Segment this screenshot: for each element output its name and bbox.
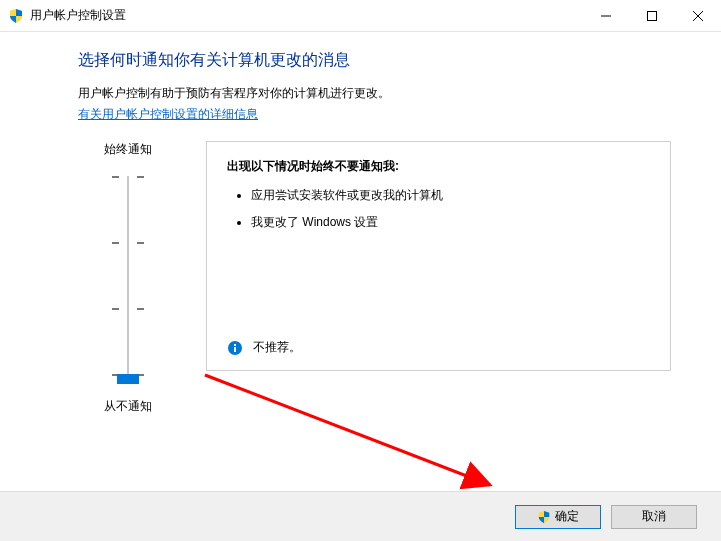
list-item: 应用尝试安装软件或更改我的计算机 [251, 187, 650, 204]
svg-rect-6 [234, 344, 236, 346]
cancel-button-label: 取消 [642, 508, 666, 525]
ok-button[interactable]: 确定 [515, 505, 601, 529]
slider-label-bottom: 从不通知 [104, 398, 152, 415]
window-controls [583, 0, 721, 31]
ok-button-label: 确定 [555, 508, 579, 525]
help-link[interactable]: 有关用户帐户控制设置的详细信息 [78, 106, 258, 123]
slider-thumb[interactable] [117, 374, 139, 384]
titlebar: 用户帐户控制设置 [0, 0, 721, 32]
window-title: 用户帐户控制设置 [30, 7, 583, 24]
notification-slider[interactable] [108, 168, 148, 388]
info-list: 应用尝试安装软件或更改我的计算机 我更改了 Windows 设置 [227, 187, 650, 231]
page-heading: 选择何时通知你有关计算机更改的消息 [78, 50, 671, 71]
minimize-button[interactable] [583, 0, 629, 31]
info-panel: 出现以下情况时始终不要通知我: 应用尝试安装软件或更改我的计算机 我更改了 Wi… [206, 141, 671, 371]
info-footer-text: 不推荐。 [253, 339, 301, 356]
svg-rect-5 [234, 347, 236, 352]
info-footer: 不推荐。 [227, 339, 301, 356]
close-button[interactable] [675, 0, 721, 31]
cancel-button[interactable]: 取消 [611, 505, 697, 529]
svg-rect-1 [648, 11, 657, 20]
info-heading: 出现以下情况时始终不要通知我: [227, 158, 650, 175]
shield-icon [537, 510, 551, 524]
maximize-button[interactable] [629, 0, 675, 31]
main-area: 始终通知 从不通知 出现以下情况时始终不要通知我: 应用尝试安装软件或更改我的计… [78, 141, 671, 421]
slider-label-top: 始终通知 [104, 141, 152, 158]
list-item: 我更改了 Windows 设置 [251, 214, 650, 231]
button-bar: 确定 取消 [0, 491, 721, 541]
content-area: 选择何时通知你有关计算机更改的消息 用户帐户控制有助于预防有害程序对你的计算机进… [0, 32, 721, 421]
page-description: 用户帐户控制有助于预防有害程序对你的计算机进行更改。 [78, 85, 671, 102]
slider-column: 始终通知 从不通知 [78, 141, 178, 421]
info-icon [227, 340, 243, 356]
shield-icon [8, 8, 24, 24]
